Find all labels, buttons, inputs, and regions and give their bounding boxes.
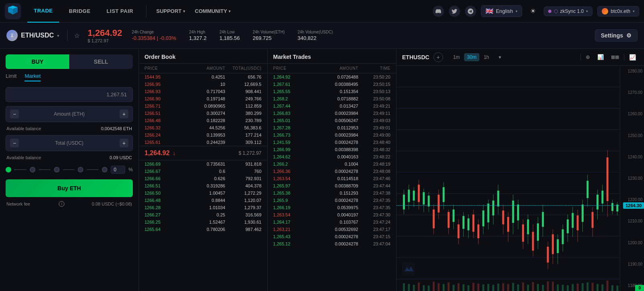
pct-input[interactable] <box>111 166 125 174</box>
svg-rect-27 <box>443 187 445 202</box>
svg-rect-35 <box>462 216 464 229</box>
amount-label: Amount (ETH) <box>22 111 116 117</box>
svg-rect-63 <box>532 232 534 251</box>
buy-order-row[interactable]: 1265.64 0.780206 987.462 <box>139 226 267 233</box>
time-1h[interactable]: 1h <box>481 53 492 61</box>
fee-info-icon[interactable]: i <box>59 201 64 207</box>
top-nav: TRADE BRIDGE LIST PAIR SUPPORT ▾ COMMUNI… <box>0 0 644 23</box>
sell-order-row[interactable]: 1266.90 0.197148 249.766 <box>139 95 267 102</box>
trade-row: 1,266.83 0.00023984 23:49:11 <box>268 110 396 117</box>
svg-rect-47 <box>492 201 494 216</box>
slider-dot-100[interactable] <box>102 167 107 173</box>
time-1m[interactable]: 1m <box>450 53 463 61</box>
theme-toggle[interactable]: ☀ <box>527 5 539 17</box>
chart-indicators[interactable]: ▦▦ <box>609 53 621 61</box>
network-selector[interactable]: ⬡ zkSync 1.0 ▾ <box>544 6 593 16</box>
trade-row: 1,264.62 0.0040163 23:48:22 <box>268 153 396 160</box>
chart-add-indicator[interactable]: + <box>433 52 443 62</box>
svg-rect-101 <box>413 285 415 291</box>
trade-row: 1,267.61 0.00388495 23:50:15 <box>268 81 396 88</box>
sell-order-row[interactable]: 1266.51 0.300274 380.299 <box>139 110 267 117</box>
percentage-slider[interactable]: % <box>6 164 133 175</box>
time-more-dropdown[interactable]: ▾ <box>496 53 504 61</box>
mt-col-price: PRICE <box>273 66 305 71</box>
pair-selector[interactable]: Ξ ETH/USDC ▾ <box>6 30 68 41</box>
sell-order-row[interactable]: 1266.24 0.139953 177.214 <box>139 131 267 139</box>
buy-order-row[interactable]: 1266.25 1.52467 1,930.61 <box>139 218 267 226</box>
buy-order-row[interactable]: 1266.50 1.00457 1,272.29 <box>139 189 267 197</box>
time-buttons: 1m 30m 1h <box>450 53 492 61</box>
sell-order-row[interactable]: 1266.71 0.0890965 112.859 <box>139 102 267 110</box>
svg-rect-41 <box>477 224 479 238</box>
nav-list-pair[interactable]: LIST PAIR <box>100 0 140 23</box>
buy-order-row[interactable]: 1266.48 0.8844 1,120.07 <box>139 197 267 204</box>
price-level: 1200.00 <box>622 241 642 245</box>
language-selector[interactable]: 🇬🇧 English ▾ <box>481 5 522 17</box>
settings-button[interactable]: Settings ⚙ <box>595 29 638 42</box>
svg-rect-125 <box>532 282 534 291</box>
twitter-icon[interactable] <box>449 6 460 17</box>
logo-icon[interactable] <box>5 3 21 19</box>
buy-order-row[interactable]: 1266.28 1.01034 1,279.37 <box>139 204 267 211</box>
trade-row: 1,266.73 0.00023984 23:49:00 <box>268 131 396 139</box>
nav-bridge[interactable]: BRIDGE <box>62 0 97 23</box>
slider-dot-75[interactable] <box>78 167 83 173</box>
market-trades-title: Market Trades <box>268 49 396 64</box>
lang-label: English <box>496 8 513 14</box>
buy-order-row[interactable]: 1266.27 0.25 316.569 <box>139 211 267 218</box>
trade-row: 1,265.97 0.00388709 23:47:44 <box>268 182 396 189</box>
sell-order-row[interactable]: 1265.61 0.244239 309.112 <box>139 139 267 146</box>
sell-order-row[interactable]: 1266.32 44.5256 56,383.6 <box>139 124 267 131</box>
buy-order-row[interactable]: 1266.69 0.735631 931.818 <box>139 160 267 168</box>
discord-icon[interactable] <box>433 6 444 17</box>
ticker-low: 24h Low 1,185.56 <box>219 30 240 41</box>
sell-order-row[interactable]: 1266.93 0.717043 908.441 <box>139 88 267 95</box>
svg-rect-135 <box>582 283 584 291</box>
nav-support[interactable]: SUPPORT ▾ <box>153 0 188 23</box>
nav-community[interactable]: COMMUNITY ▾ <box>192 0 234 23</box>
mid-price-arrow: ↓ <box>173 150 175 156</box>
ticker-vol-eth-value: 269.725 <box>253 35 285 41</box>
slider-dot-0[interactable] <box>6 167 11 173</box>
sell-order-row[interactable]: 1266.95 10 12,669.5 <box>139 81 267 88</box>
ob-col-price: PRICE <box>144 66 177 71</box>
buy-order-row[interactable]: 1266.67 0.6 760 <box>139 168 267 175</box>
ticker-high: 24h High 1,327.2 <box>189 30 206 41</box>
total-minus-btn[interactable]: − <box>10 139 19 148</box>
amount-minus-btn[interactable]: − <box>10 110 19 118</box>
tab-limit[interactable]: Limit <box>6 73 17 81</box>
ticker-vol-usdc: 24h Volume(USDC) 340,822 <box>297 30 333 41</box>
ob-col-total: TOTAL(USDC) <box>225 66 262 71</box>
total-plus-btn[interactable]: + <box>120 139 128 148</box>
buy-order-row[interactable]: 1266.51 0.319286 404.378 <box>139 182 267 189</box>
svg-rect-33 <box>458 224 460 238</box>
tab-market[interactable]: Market <box>25 73 41 81</box>
sell-order-row[interactable]: 1266.48 0.182228 230.789 <box>139 117 267 124</box>
wallet-button[interactable]: btc0x.eth ▾ <box>597 6 639 17</box>
slider-dot-25[interactable] <box>30 167 35 173</box>
telegram-icon[interactable] <box>465 6 476 17</box>
svg-rect-124 <box>527 285 529 291</box>
chart-more-btn[interactable]: 📈 <box>627 53 638 62</box>
amount-plus-btn[interactable]: + <box>120 110 128 118</box>
trade-row: 1,263.21 0.00532692 23:47:17 <box>268 226 396 233</box>
buy-eth-button[interactable]: Buy ETH <box>6 179 133 197</box>
buy-order-row[interactable]: 1266.66 0.626 792.931 <box>139 175 267 182</box>
buy-sell-tabs: BUY SELL <box>6 54 133 69</box>
svg-rect-122 <box>517 285 519 291</box>
favorite-star[interactable]: ☆ <box>74 32 80 39</box>
slider-dot-50[interactable] <box>54 167 60 173</box>
price-level: 1190.00 <box>622 262 642 266</box>
chart-bar-type[interactable]: 📊 <box>595 53 606 61</box>
svg-rect-85 <box>586 181 588 198</box>
nav-trade[interactable]: TRADE <box>27 0 59 23</box>
chart-panel: ETHUSDC + 1m 30m 1h ▾ ⊕ 📊 ▦▦ 📈 <box>396 49 644 291</box>
trade-row: 1,266.19 0.0539975 23:47:35 <box>268 204 396 211</box>
time-30m[interactable]: 30m <box>464 53 479 61</box>
chart-crosshair-tool[interactable]: ⊕ <box>583 53 592 61</box>
svg-rect-111 <box>462 285 464 291</box>
sell-tab[interactable]: SELL <box>69 54 133 69</box>
buy-tab[interactable]: BUY <box>6 54 69 69</box>
sell-order-row[interactable]: 1544.95 0.4251 656.76 <box>139 73 267 81</box>
mt-headers: PRICE AMOUNT TIME <box>268 64 396 73</box>
